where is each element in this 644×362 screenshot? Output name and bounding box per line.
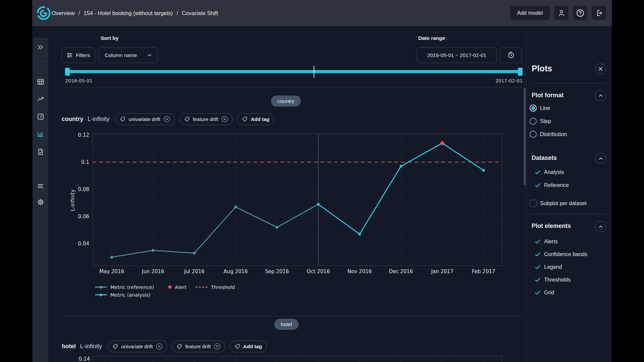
sidebar-item-reports[interactable] [37, 148, 44, 156]
svg-text:Jan 2017: Jan 2017 [431, 268, 453, 275]
column-chip-hotel[interactable]: hotel [274, 319, 299, 330]
drift-line-chart-hotel[interactable] [93, 354, 505, 362]
filters-label: Filters [76, 52, 90, 58]
reference-line-swatch [95, 287, 107, 288]
chart-header-hotel: hotel L-infinity univariate drift featur… [62, 341, 267, 352]
panel-divider [531, 83, 605, 83]
add-model-button[interactable]: Add model [510, 6, 550, 20]
sort-by-select[interactable]: Column name [99, 47, 158, 63]
table-icon [37, 78, 44, 85]
chart-header-country: country L-infinity univariate drift feat… [62, 113, 274, 125]
legend-item-reference[interactable]: Metric (reference) [95, 285, 154, 290]
sidebar-item-menu[interactable] [37, 182, 44, 190]
nannyml-logo-icon [36, 6, 51, 20]
sidebar-item-data[interactable] [37, 78, 44, 85]
help-button[interactable] [573, 6, 587, 20]
breadcrumb: Overview / 154 - Hotel booking (without … [52, 0, 218, 26]
checkbox-subplot-per-dataset[interactable]: Subplot per dataset [530, 200, 587, 207]
svg-text:Sep 2016: Sep 2016 [265, 268, 289, 275]
check-label: Reference [544, 182, 569, 188]
tag-icon [242, 116, 248, 122]
check-label: Analysis [544, 169, 564, 175]
radio-step[interactable]: Step [530, 118, 551, 125]
remove-tag-button[interactable] [156, 343, 163, 350]
radio-label: Distribution [540, 131, 567, 137]
add-tag-button[interactable]: Add tag [237, 113, 274, 125]
time-range-slider-track[interactable] [65, 70, 523, 73]
breadcrumb-view[interactable]: Covariate Shift [182, 10, 218, 16]
radio-icon [530, 118, 537, 125]
legend-item-alert[interactable]: Alert [168, 285, 186, 290]
question-icon [576, 9, 585, 17]
panel-divider [531, 214, 605, 214]
close-circle-icon [163, 116, 170, 123]
radio-label: Step [540, 118, 551, 124]
remove-tag-button[interactable] [163, 116, 170, 123]
check-confidence-bands[interactable]: Confidence bands [535, 251, 587, 257]
slider-handle-end[interactable] [518, 68, 523, 76]
legend-label: Alert [175, 285, 186, 290]
legend-label: Threshold [211, 285, 235, 290]
sidebar-item-settings[interactable] [37, 198, 44, 206]
chevron-up-icon [599, 94, 603, 97]
collapse-datasets-button[interactable] [595, 153, 606, 164]
breadcrumb-overview[interactable]: Overview [52, 10, 75, 16]
sidebar-item-expand[interactable] [37, 44, 44, 51]
remove-tag-button[interactable] [221, 116, 228, 123]
slider-handle-start[interactable] [65, 68, 70, 76]
breadcrumb-separator: / [176, 10, 178, 16]
tag-pill-univariate-drift[interactable]: univariate drift [108, 341, 167, 352]
check-alerts[interactable]: Alerts [535, 239, 558, 245]
logout-button[interactable] [592, 6, 606, 20]
remove-tag-button[interactable] [214, 343, 221, 350]
check-reference[interactable]: Reference [535, 182, 569, 188]
sidebar-item-functions[interactable]: f [37, 113, 44, 120]
legend-item-threshold[interactable]: Threshold [196, 285, 235, 290]
date-range-label: Date range [418, 35, 445, 41]
date-range-input[interactable]: 2016-05-01 ~ 2017-02-01 [417, 47, 497, 63]
chevron-down-icon [148, 54, 152, 57]
column-chip-country[interactable]: country [271, 96, 301, 107]
sidebar-item-charts[interactable] [37, 130, 44, 138]
sidebar-item-metrics[interactable] [37, 96, 44, 103]
check-analysis[interactable]: Analysis [535, 169, 564, 175]
check-icon [535, 290, 541, 296]
collapse-plot-format-button[interactable] [595, 90, 606, 101]
sidebar-divider [35, 61, 47, 61]
close-panel-button[interactable] [595, 64, 606, 74]
check-thresholds[interactable]: Thresholds [535, 277, 571, 283]
breadcrumb-model[interactable]: 154 - Hotel booking (without targets) [84, 10, 173, 16]
tag-label: feature drift [185, 344, 211, 349]
function-icon: f [37, 113, 44, 120]
radio-distribution[interactable]: Distribution [530, 131, 567, 138]
plot-format-header: Plot format [532, 92, 564, 99]
tag-pill-feature-drift[interactable]: feature drift [172, 341, 225, 352]
add-tag-button[interactable]: Add tag [230, 341, 267, 352]
tag-icon [184, 116, 190, 122]
add-tag-label: Add tag [243, 344, 262, 349]
y-axis-label: L-infinity [70, 189, 76, 211]
checkbox-label: Subplot per dataset [540, 200, 587, 206]
reset-date-range-button[interactable] [500, 47, 522, 63]
tag-pill-feature-drift[interactable]: feature drift [179, 113, 233, 125]
filters-icon [66, 52, 73, 58]
radio-line[interactable]: Line [530, 105, 550, 112]
panel-title: Plots [532, 64, 552, 73]
app-window: Overview / 154 - Hotel booking (without … [32, 0, 612, 362]
account-button[interactable] [554, 6, 569, 20]
close-circle-icon [214, 343, 221, 350]
drift-line-chart-country[interactable]: May 2016Jun 2016Jul 2016Aug 2016Sep 2016… [76, 131, 505, 276]
check-grid[interactable]: Grid [535, 290, 554, 296]
plots-panel: Plots Plot format Line Step Distribution… [526, 26, 612, 362]
gear-icon [37, 198, 44, 206]
svg-text:Jun 2016: Jun 2016 [142, 268, 164, 275]
check-legend[interactable]: Legend [535, 264, 562, 270]
content-divider [62, 87, 522, 88]
collapse-plot-elements-button[interactable] [595, 221, 606, 232]
tag-pill-univariate-drift[interactable]: univariate drift [115, 113, 175, 125]
filters-button[interactable]: Filters [61, 47, 95, 63]
close-circle-icon [156, 343, 163, 350]
check-icon [535, 264, 541, 270]
legend-item-analysis[interactable]: Metric (analysis) [95, 292, 151, 298]
svg-text:0.1: 0.1 [81, 159, 89, 165]
